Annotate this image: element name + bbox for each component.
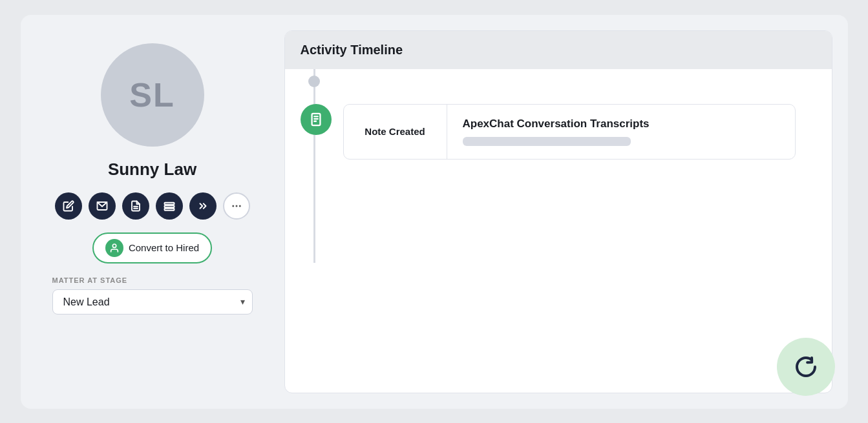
convert-btn-icon [105,239,123,257]
svg-rect-3 [164,202,174,204]
stage-section: MATTER AT STAGE New Lead Qualified Propo… [52,276,253,315]
event-card: Note Created ApexChat Conversation Trans… [343,104,796,160]
svg-rect-4 [164,205,174,207]
timeline-event: Note Created ApexChat Conversation Trans… [301,104,816,160]
timeline-dot-top [308,76,320,87]
document-icon [130,200,142,212]
action-icons-row [55,192,250,220]
refresh-icon [790,351,821,382]
stage-select[interactable]: New Lead Qualified Proposal Negotiation … [52,289,253,315]
edit-button[interactable] [55,192,82,220]
left-panel: SL Sunny Law [36,30,269,393]
stage-select-wrapper: New Lead Qualified Proposal Negotiation … [52,289,253,315]
svg-point-7 [235,205,237,207]
email-icon [96,200,108,212]
avatar: SL [101,43,204,147]
note-icon [309,112,323,127]
event-heading: ApexChat Conversation Transcripts [463,118,779,130]
layers-icon [164,200,175,212]
app-container: SL Sunny Law [21,15,848,409]
svg-point-6 [232,205,234,207]
event-card-left: Note Created [344,105,447,159]
more-button[interactable] [223,192,250,220]
convert-to-hired-button[interactable]: Convert to Hired [92,232,212,263]
edit-icon [63,200,74,212]
timeline-card: Activity Timeline [284,30,832,393]
svg-point-9 [112,244,116,247]
document-button[interactable] [122,192,149,220]
forward-button[interactable] [189,192,217,220]
stage-section-label: MATTER AT STAGE [52,276,253,284]
timeline-body: Note Created ApexChat Conversation Trans… [285,69,832,263]
person-icon [109,243,120,253]
forward-icon [197,200,209,212]
svg-point-8 [238,205,240,207]
event-icon-circle [301,104,332,135]
layers-button[interactable] [156,192,183,220]
refresh-button[interactable] [777,338,835,396]
right-panel: Activity Timeline [284,30,832,393]
avatar-initials: SL [129,76,175,114]
convert-btn-label: Convert to Hired [129,242,199,253]
contact-name: Sunny Law [108,160,196,180]
event-card-right: ApexChat Conversation Transcripts [447,105,795,159]
timeline-header: Activity Timeline [285,31,832,69]
timeline-title: Activity Timeline [301,43,403,57]
timeline-line [313,69,315,263]
event-card-bar [463,137,631,146]
email-button[interactable] [89,192,116,220]
event-note-created-label: Note Created [365,126,425,137]
more-icon [231,200,242,212]
svg-rect-5 [164,208,174,210]
